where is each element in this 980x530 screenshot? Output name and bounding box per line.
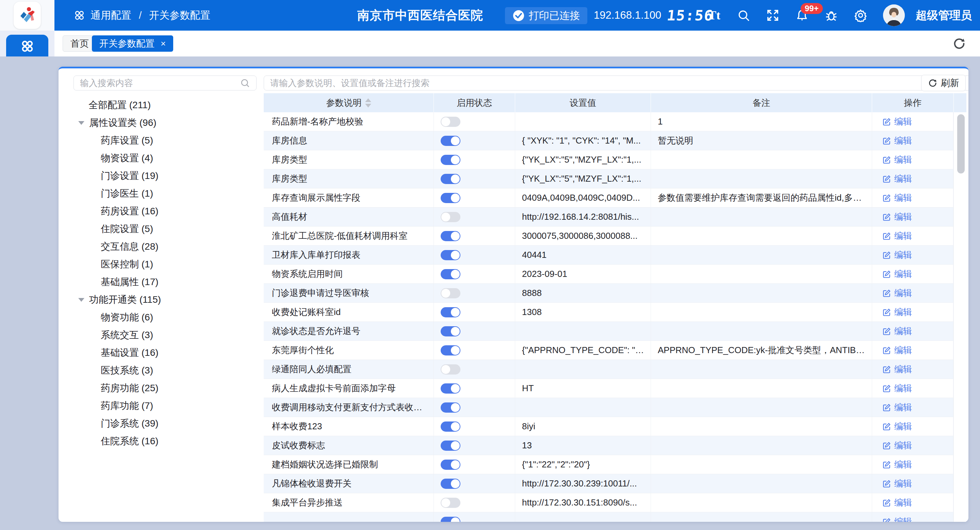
tree-node[interactable]: 物资功能 (6) bbox=[59, 309, 249, 326]
edit-button[interactable]: 编辑 bbox=[872, 284, 953, 303]
tab-switch-param-config[interactable]: 开关参数配置 × bbox=[92, 35, 173, 52]
edit-icon bbox=[882, 156, 891, 164]
tree-node[interactable]: 门诊医生 (1) bbox=[59, 185, 249, 202]
edit-button[interactable]: 编辑 bbox=[872, 493, 953, 512]
hospital-name: 南京市中西医结合医院 bbox=[357, 0, 483, 31]
toggle-switch[interactable] bbox=[441, 307, 460, 317]
toggle-switch[interactable] bbox=[441, 231, 460, 241]
tree-node-label: 属性设置类 (96) bbox=[89, 116, 156, 129]
edit-button[interactable]: 编辑 bbox=[872, 112, 953, 131]
edit-button[interactable]: 编辑 bbox=[872, 150, 953, 170]
toggle-switch[interactable] bbox=[441, 326, 460, 336]
edit-button[interactable]: 编辑 bbox=[872, 246, 953, 265]
edit-button[interactable]: 编辑 bbox=[872, 455, 953, 474]
app-logo[interactable] bbox=[14, 2, 41, 29]
tree-node[interactable]: 医保控制 (1) bbox=[59, 255, 249, 273]
edit-button[interactable]: 编辑 bbox=[872, 189, 953, 208]
caret-down-icon[interactable] bbox=[78, 121, 84, 125]
tree-node[interactable]: 门诊设置 (19) bbox=[59, 167, 249, 185]
table-row: 库房类型{"YK_LX":"5","MZYF_LX":"1,...编辑 bbox=[264, 170, 966, 189]
edit-button[interactable]: 编辑 bbox=[872, 303, 953, 322]
tree-node[interactable]: 药房功能 (25) bbox=[59, 379, 249, 397]
toggle-switch[interactable] bbox=[441, 479, 460, 489]
toggle-switch[interactable] bbox=[441, 269, 460, 279]
notifications-bell-icon[interactable]: 99+ bbox=[795, 8, 809, 22]
edit-button[interactable]: 编辑 bbox=[872, 131, 953, 150]
tab-home[interactable]: 首页 bbox=[63, 35, 97, 52]
edit-label: 编辑 bbox=[894, 516, 912, 522]
toggle-switch[interactable] bbox=[441, 517, 460, 522]
tree-node[interactable]: 医技系统 (3) bbox=[59, 362, 249, 379]
breadcrumb-section[interactable]: 通用配置 bbox=[91, 8, 131, 22]
tree-node[interactable]: 门诊系统 (39) bbox=[59, 415, 249, 432]
tree-node[interactable]: 系统交互 (3) bbox=[59, 326, 249, 344]
user-name[interactable]: 超级管理员 bbox=[916, 8, 972, 23]
print-status-badge[interactable]: 打印已连接 bbox=[505, 7, 587, 24]
toggle-switch[interactable] bbox=[441, 250, 460, 260]
edit-button[interactable]: 编辑 bbox=[872, 322, 953, 341]
toggle-switch[interactable] bbox=[441, 288, 460, 298]
caret-down-icon[interactable] bbox=[78, 298, 84, 302]
edit-button[interactable]: 编辑 bbox=[872, 474, 953, 493]
toggle-switch[interactable] bbox=[441, 155, 460, 165]
edit-button[interactable]: 编辑 bbox=[872, 417, 953, 436]
edit-button[interactable]: 编辑 bbox=[872, 341, 953, 360]
scrollbar-gutter bbox=[953, 265, 966, 284]
tree-node[interactable]: 属性设置类 (96) bbox=[59, 114, 249, 132]
toggle-switch[interactable] bbox=[441, 422, 460, 432]
search-icon[interactable] bbox=[737, 8, 750, 22]
tree-node[interactable]: 基础设置 (16) bbox=[59, 344, 249, 362]
toggle-switch[interactable] bbox=[441, 402, 460, 413]
tree-node[interactable]: 全部配置 (211) bbox=[59, 96, 249, 114]
column-header-param-desc[interactable]: 参数说明 bbox=[264, 93, 434, 112]
page-refresh-icon[interactable] bbox=[952, 36, 967, 51]
gear-icon[interactable] bbox=[854, 8, 867, 22]
bug-icon[interactable] bbox=[824, 8, 838, 22]
set-value-cell: 1308 bbox=[515, 303, 651, 322]
edit-button[interactable]: 编辑 bbox=[872, 208, 953, 227]
edit-button[interactable]: 编辑 bbox=[872, 436, 953, 455]
toggle-switch[interactable] bbox=[441, 460, 460, 470]
avatar[interactable] bbox=[883, 5, 905, 26]
close-icon[interactable]: × bbox=[161, 39, 166, 48]
edit-button[interactable]: 编辑 bbox=[872, 398, 953, 417]
fullscreen-icon[interactable] bbox=[766, 8, 780, 22]
toggle-switch[interactable] bbox=[441, 364, 460, 374]
tree-search-input[interactable]: 输入搜索内容 bbox=[73, 76, 256, 90]
tree-node[interactable]: 交互信息 (28) bbox=[59, 238, 249, 255]
toggle-switch[interactable] bbox=[441, 498, 460, 508]
edit-button[interactable]: 编辑 bbox=[872, 170, 953, 189]
table-row: 收费处记账科室id1308编辑 bbox=[264, 303, 966, 322]
print-status-label: 打印已连接 bbox=[529, 9, 580, 23]
table-row: 卫材库入库单打印报表40441编辑 bbox=[264, 246, 966, 265]
toggle-switch[interactable] bbox=[441, 383, 460, 394]
set-value-cell bbox=[515, 322, 651, 341]
tree-node[interactable]: 药库设置 (5) bbox=[59, 132, 249, 149]
table-search-input[interactable]: 请输入参数说明、设置值或备注进行搜索 bbox=[264, 76, 969, 90]
tree-node[interactable]: 功能开通类 (115) bbox=[59, 291, 249, 309]
toggle-switch[interactable] bbox=[441, 193, 460, 203]
toggle-switch[interactable] bbox=[441, 345, 460, 355]
sort-icon[interactable] bbox=[365, 98, 371, 108]
toggle-switch[interactable] bbox=[441, 117, 460, 127]
edit-button[interactable]: 编辑 bbox=[872, 265, 953, 284]
tree-node[interactable]: 住院系统 (16) bbox=[59, 432, 249, 450]
tree-node[interactable]: 药库功能 (7) bbox=[59, 397, 249, 415]
tree-node[interactable]: 物资设置 (4) bbox=[59, 149, 249, 167]
edit-button[interactable]: 编辑 bbox=[872, 227, 953, 246]
refresh-button[interactable]: 刷新 bbox=[921, 75, 966, 91]
tree-node[interactable]: 住院设置 (5) bbox=[59, 220, 249, 238]
edit-button[interactable]: 编辑 bbox=[872, 512, 953, 522]
font-size-icon[interactable]: Tt bbox=[708, 8, 721, 22]
toggle-switch[interactable] bbox=[441, 441, 460, 451]
tree-node[interactable]: 药房设置 (16) bbox=[59, 202, 249, 220]
edit-button[interactable]: 编辑 bbox=[872, 379, 953, 398]
tree-node[interactable]: 基础属性 (17) bbox=[59, 273, 249, 291]
toggle-switch[interactable] bbox=[441, 174, 460, 184]
toggle-switch[interactable] bbox=[441, 136, 460, 146]
toggle-switch[interactable] bbox=[441, 212, 460, 222]
table-scrollbar[interactable] bbox=[957, 114, 965, 173]
column-header-action: 操作 bbox=[872, 93, 953, 112]
enabled-status-cell bbox=[434, 417, 515, 436]
edit-button[interactable]: 编辑 bbox=[872, 360, 953, 379]
